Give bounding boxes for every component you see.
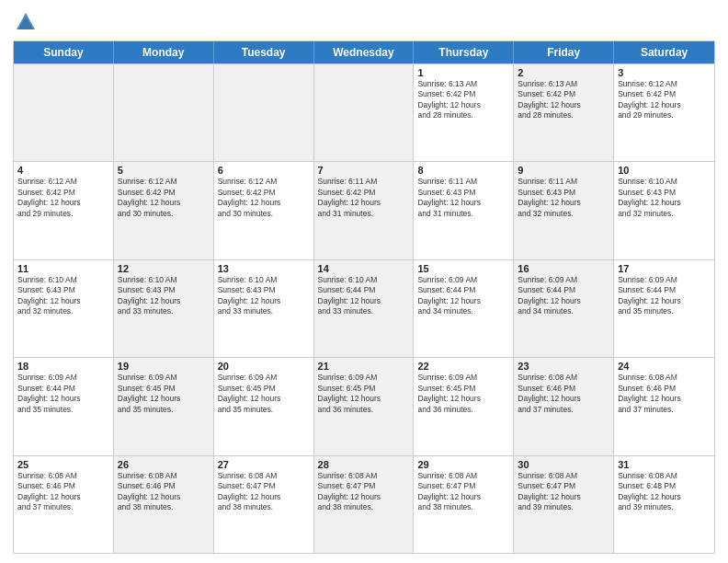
- day-number: 21: [318, 361, 410, 372]
- calendar-cell-empty-0-2: [214, 64, 314, 161]
- day-number: 23: [518, 361, 609, 372]
- day-number: 28: [318, 459, 410, 470]
- cell-info-text: Sunrise: 6:09 AM Sunset: 6:45 PM Dayligh…: [417, 373, 509, 415]
- weekday-header-tuesday: Tuesday: [214, 41, 314, 63]
- calendar-row-2: 11Sunrise: 6:10 AM Sunset: 6:43 PM Dayli…: [14, 259, 714, 357]
- cell-info-text: Sunrise: 6:12 AM Sunset: 6:42 PM Dayligh…: [618, 79, 711, 121]
- cell-info-text: Sunrise: 6:12 AM Sunset: 6:42 PM Dayligh…: [118, 177, 210, 219]
- calendar-body: 1Sunrise: 6:13 AM Sunset: 6:42 PM Daylig…: [14, 63, 714, 553]
- day-number: 26: [118, 459, 210, 470]
- calendar-row-3: 18Sunrise: 6:09 AM Sunset: 6:44 PM Dayli…: [14, 357, 714, 454]
- cell-info-text: Sunrise: 6:12 AM Sunset: 6:42 PM Dayligh…: [17, 177, 109, 219]
- day-number: 4: [17, 165, 109, 176]
- day-number: 3: [618, 67, 711, 78]
- day-number: 10: [618, 165, 711, 176]
- cell-info-text: Sunrise: 6:13 AM Sunset: 6:42 PM Dayligh…: [518, 79, 609, 121]
- cell-info-text: Sunrise: 6:08 AM Sunset: 6:46 PM Dayligh…: [618, 373, 711, 415]
- cell-info-text: Sunrise: 6:08 AM Sunset: 6:46 PM Dayligh…: [118, 471, 210, 513]
- day-number: 19: [118, 361, 210, 372]
- calendar-cell-empty-0-3: [314, 64, 415, 161]
- calendar-cell-day-11: 11Sunrise: 6:10 AM Sunset: 6:43 PM Dayli…: [14, 260, 114, 357]
- cell-info-text: Sunrise: 6:11 AM Sunset: 6:43 PM Dayligh…: [417, 177, 509, 219]
- calendar-cell-day-28: 28Sunrise: 6:08 AM Sunset: 6:47 PM Dayli…: [314, 456, 415, 553]
- cell-info-text: Sunrise: 6:08 AM Sunset: 6:46 PM Dayligh…: [17, 471, 109, 513]
- header: [13, 9, 715, 35]
- day-number: 31: [618, 459, 711, 470]
- calendar-cell-day-24: 24Sunrise: 6:08 AM Sunset: 6:46 PM Dayli…: [614, 358, 714, 454]
- calendar-cell-day-15: 15Sunrise: 6:09 AM Sunset: 6:44 PM Dayli…: [414, 260, 514, 357]
- cell-info-text: Sunrise: 6:09 AM Sunset: 6:45 PM Dayligh…: [118, 373, 210, 415]
- calendar-cell-day-16: 16Sunrise: 6:09 AM Sunset: 6:44 PM Dayli…: [514, 260, 614, 357]
- calendar-cell-day-2: 2Sunrise: 6:13 AM Sunset: 6:42 PM Daylig…: [514, 64, 614, 161]
- day-number: 16: [518, 263, 609, 274]
- day-number: 11: [17, 263, 109, 274]
- day-number: 29: [417, 459, 509, 470]
- calendar-cell-day-4: 4Sunrise: 6:12 AM Sunset: 6:42 PM Daylig…: [14, 162, 114, 259]
- day-number: 30: [518, 459, 609, 470]
- calendar-row-1: 4Sunrise: 6:12 AM Sunset: 6:42 PM Daylig…: [14, 161, 714, 259]
- weekday-header-sunday: Sunday: [14, 41, 114, 63]
- cell-info-text: Sunrise: 6:08 AM Sunset: 6:47 PM Dayligh…: [218, 471, 310, 513]
- calendar-cell-day-22: 22Sunrise: 6:09 AM Sunset: 6:45 PM Dayli…: [414, 358, 514, 454]
- weekday-header-friday: Friday: [514, 41, 614, 63]
- day-number: 20: [218, 361, 310, 372]
- calendar-cell-day-30: 30Sunrise: 6:08 AM Sunset: 6:47 PM Dayli…: [514, 456, 614, 553]
- cell-info-text: Sunrise: 6:09 AM Sunset: 6:44 PM Dayligh…: [17, 373, 109, 415]
- day-number: 24: [618, 361, 711, 372]
- calendar-cell-empty-0-0: [14, 64, 114, 161]
- weekday-header-thursday: Thursday: [414, 41, 514, 63]
- calendar-row-0: 1Sunrise: 6:13 AM Sunset: 6:42 PM Daylig…: [14, 63, 714, 161]
- day-number: 25: [17, 459, 109, 470]
- cell-info-text: Sunrise: 6:13 AM Sunset: 6:42 PM Dayligh…: [417, 79, 509, 121]
- cell-info-text: Sunrise: 6:12 AM Sunset: 6:42 PM Dayligh…: [218, 177, 310, 219]
- calendar-cell-empty-0-1: [114, 64, 214, 161]
- logo-icon: [13, 9, 39, 35]
- day-number: 5: [118, 165, 210, 176]
- logo: [13, 9, 42, 35]
- day-number: 15: [417, 263, 509, 274]
- cell-info-text: Sunrise: 6:10 AM Sunset: 6:43 PM Dayligh…: [17, 275, 109, 317]
- page: SundayMondayTuesdayWednesdayThursdayFrid…: [0, 0, 728, 563]
- calendar-cell-day-7: 7Sunrise: 6:11 AM Sunset: 6:42 PM Daylig…: [314, 162, 415, 259]
- calendar-cell-day-10: 10Sunrise: 6:10 AM Sunset: 6:43 PM Dayli…: [614, 162, 714, 259]
- cell-info-text: Sunrise: 6:10 AM Sunset: 6:43 PM Dayligh…: [118, 275, 210, 317]
- day-number: 12: [118, 263, 210, 274]
- cell-info-text: Sunrise: 6:08 AM Sunset: 6:47 PM Dayligh…: [518, 471, 609, 513]
- calendar-cell-day-12: 12Sunrise: 6:10 AM Sunset: 6:43 PM Dayli…: [114, 260, 214, 357]
- cell-info-text: Sunrise: 6:09 AM Sunset: 6:44 PM Dayligh…: [618, 275, 711, 317]
- calendar-cell-day-14: 14Sunrise: 6:10 AM Sunset: 6:44 PM Dayli…: [314, 260, 415, 357]
- day-number: 22: [417, 361, 509, 372]
- cell-info-text: Sunrise: 6:09 AM Sunset: 6:45 PM Dayligh…: [318, 373, 410, 415]
- weekday-header-saturday: Saturday: [614, 41, 714, 63]
- calendar-cell-day-5: 5Sunrise: 6:12 AM Sunset: 6:42 PM Daylig…: [114, 162, 214, 259]
- calendar-cell-day-6: 6Sunrise: 6:12 AM Sunset: 6:42 PM Daylig…: [214, 162, 314, 259]
- day-number: 17: [618, 263, 711, 274]
- day-number: 27: [218, 459, 310, 470]
- calendar-cell-day-3: 3Sunrise: 6:12 AM Sunset: 6:42 PM Daylig…: [614, 64, 714, 161]
- cell-info-text: Sunrise: 6:08 AM Sunset: 6:47 PM Dayligh…: [318, 471, 410, 513]
- day-number: 9: [518, 165, 609, 176]
- calendar-cell-day-9: 9Sunrise: 6:11 AM Sunset: 6:43 PM Daylig…: [514, 162, 614, 259]
- cell-info-text: Sunrise: 6:10 AM Sunset: 6:44 PM Dayligh…: [318, 275, 410, 317]
- calendar-cell-day-25: 25Sunrise: 6:08 AM Sunset: 6:46 PM Dayli…: [14, 456, 114, 553]
- calendar-cell-day-26: 26Sunrise: 6:08 AM Sunset: 6:46 PM Dayli…: [114, 456, 214, 553]
- cell-info-text: Sunrise: 6:10 AM Sunset: 6:43 PM Dayligh…: [218, 275, 310, 317]
- weekday-header-wednesday: Wednesday: [314, 41, 415, 63]
- cell-info-text: Sunrise: 6:09 AM Sunset: 6:45 PM Dayligh…: [218, 373, 310, 415]
- cell-info-text: Sunrise: 6:11 AM Sunset: 6:43 PM Dayligh…: [518, 177, 609, 219]
- day-number: 18: [17, 361, 109, 372]
- calendar-cell-day-13: 13Sunrise: 6:10 AM Sunset: 6:43 PM Dayli…: [214, 260, 314, 357]
- calendar-cell-day-31: 31Sunrise: 6:08 AM Sunset: 6:48 PM Dayli…: [614, 456, 714, 553]
- cell-info-text: Sunrise: 6:09 AM Sunset: 6:44 PM Dayligh…: [518, 275, 609, 317]
- day-number: 7: [318, 165, 410, 176]
- calendar-cell-day-1: 1Sunrise: 6:13 AM Sunset: 6:42 PM Daylig…: [414, 64, 514, 161]
- calendar-cell-day-19: 19Sunrise: 6:09 AM Sunset: 6:45 PM Dayli…: [114, 358, 214, 454]
- cell-info-text: Sunrise: 6:08 AM Sunset: 6:47 PM Dayligh…: [417, 471, 509, 513]
- day-number: 1: [417, 67, 509, 78]
- cell-info-text: Sunrise: 6:09 AM Sunset: 6:44 PM Dayligh…: [417, 275, 509, 317]
- cell-info-text: Sunrise: 6:08 AM Sunset: 6:48 PM Dayligh…: [618, 471, 711, 513]
- day-number: 8: [417, 165, 509, 176]
- weekday-header-monday: Monday: [114, 41, 214, 63]
- calendar: SundayMondayTuesdayWednesdayThursdayFrid…: [13, 40, 715, 554]
- calendar-cell-day-27: 27Sunrise: 6:08 AM Sunset: 6:47 PM Dayli…: [214, 456, 314, 553]
